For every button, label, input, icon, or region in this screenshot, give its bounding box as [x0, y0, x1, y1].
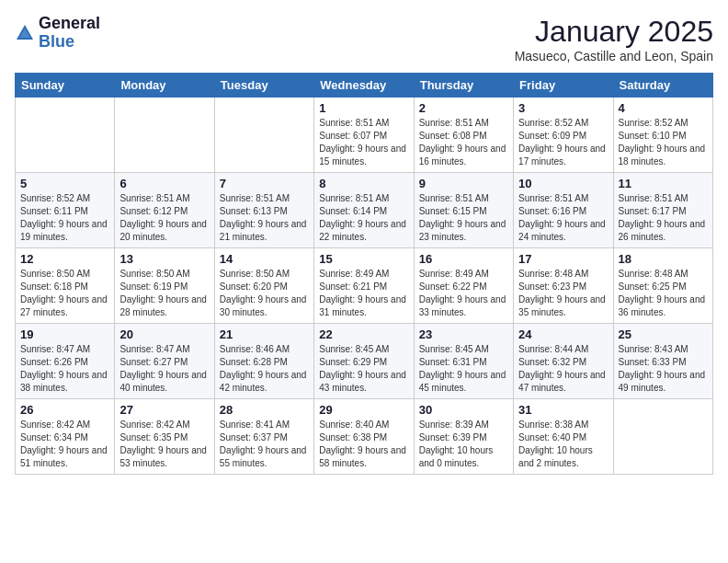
- location-subtitle: Masueco, Castille and Leon, Spain: [515, 49, 713, 63]
- day-info: Sunrise: 8:51 AM Sunset: 6:17 PM Dayligh…: [619, 192, 708, 244]
- day-number: 1: [319, 101, 408, 115]
- calendar-cell: 1Sunrise: 8:51 AM Sunset: 6:07 PM Daylig…: [314, 98, 414, 173]
- day-info: Sunrise: 8:51 AM Sunset: 6:15 PM Dayligh…: [419, 192, 508, 244]
- weekday-header-monday: Monday: [115, 74, 214, 98]
- calendar-table: SundayMondayTuesdayWednesdayThursdayFrid…: [15, 73, 713, 475]
- day-info: Sunrise: 8:38 AM Sunset: 6:40 PM Dayligh…: [518, 419, 608, 470]
- title-block: January 2025 Masueco, Castille and Leon,…: [515, 15, 713, 63]
- day-number: 21: [220, 327, 309, 341]
- day-info: Sunrise: 8:45 AM Sunset: 6:31 PM Dayligh…: [419, 343, 508, 395]
- weekday-header-wednesday: Wednesday: [314, 74, 414, 98]
- calendar-cell: 3Sunrise: 8:52 AM Sunset: 6:09 PM Daylig…: [514, 98, 613, 173]
- calendar-cell: 15Sunrise: 8:49 AM Sunset: 6:21 PM Dayli…: [314, 248, 414, 324]
- day-number: 2: [419, 101, 508, 115]
- weekday-header-row: SundayMondayTuesdayWednesdayThursdayFrid…: [16, 74, 713, 98]
- calendar-cell: 20Sunrise: 8:47 AM Sunset: 6:27 PM Dayli…: [115, 324, 214, 399]
- day-info: Sunrise: 8:52 AM Sunset: 6:11 PM Dayligh…: [20, 192, 109, 244]
- calendar-week-row: 12Sunrise: 8:50 AM Sunset: 6:18 PM Dayli…: [16, 248, 713, 324]
- calendar-cell: 7Sunrise: 8:51 AM Sunset: 6:13 PM Daylig…: [214, 173, 313, 248]
- calendar-cell: 21Sunrise: 8:46 AM Sunset: 6:28 PM Dayli…: [214, 324, 313, 399]
- calendar-cell: 23Sunrise: 8:45 AM Sunset: 6:31 PM Dayli…: [414, 324, 513, 399]
- calendar-week-row: 19Sunrise: 8:47 AM Sunset: 6:26 PM Dayli…: [16, 324, 713, 399]
- day-number: 14: [220, 252, 309, 266]
- calendar-cell: 11Sunrise: 8:51 AM Sunset: 6:17 PM Dayli…: [613, 173, 712, 248]
- calendar-cell: 5Sunrise: 8:52 AM Sunset: 6:11 PM Daylig…: [16, 173, 115, 248]
- calendar-cell: 30Sunrise: 8:39 AM Sunset: 6:39 PM Dayli…: [414, 399, 513, 475]
- day-number: 24: [518, 327, 608, 341]
- calendar-cell: 19Sunrise: 8:47 AM Sunset: 6:26 PM Dayli…: [16, 324, 115, 399]
- calendar-cell: 13Sunrise: 8:50 AM Sunset: 6:19 PM Dayli…: [115, 248, 214, 324]
- calendar-cell: 4Sunrise: 8:52 AM Sunset: 6:10 PM Daylig…: [613, 98, 712, 173]
- day-number: 30: [419, 403, 508, 417]
- day-number: 10: [518, 177, 608, 190]
- day-info: Sunrise: 8:50 AM Sunset: 6:19 PM Dayligh…: [119, 268, 209, 319]
- day-info: Sunrise: 8:50 AM Sunset: 6:20 PM Dayligh…: [220, 268, 309, 319]
- day-info: Sunrise: 8:42 AM Sunset: 6:35 PM Dayligh…: [119, 419, 209, 470]
- day-number: 26: [20, 403, 109, 417]
- month-title: January 2025: [515, 15, 713, 49]
- day-number: 15: [319, 252, 408, 266]
- day-number: 11: [619, 177, 708, 190]
- day-number: 31: [518, 403, 608, 417]
- calendar-week-row: 1Sunrise: 8:51 AM Sunset: 6:07 PM Daylig…: [16, 98, 713, 173]
- day-info: Sunrise: 8:40 AM Sunset: 6:38 PM Dayligh…: [319, 419, 408, 470]
- day-number: 16: [419, 252, 508, 266]
- day-number: 12: [20, 252, 109, 266]
- day-info: Sunrise: 8:44 AM Sunset: 6:32 PM Dayligh…: [518, 343, 608, 395]
- calendar-cell: 25Sunrise: 8:43 AM Sunset: 6:33 PM Dayli…: [613, 324, 712, 399]
- day-number: 29: [319, 403, 408, 417]
- weekday-header-friday: Friday: [514, 74, 613, 98]
- day-info: Sunrise: 8:47 AM Sunset: 6:27 PM Dayligh…: [119, 343, 209, 395]
- day-number: 27: [119, 403, 209, 417]
- day-number: 6: [119, 177, 209, 190]
- calendar-cell: 18Sunrise: 8:48 AM Sunset: 6:25 PM Dayli…: [613, 248, 712, 324]
- page-container: General Blue January 2025 Masueco, Casti…: [0, 0, 728, 484]
- calendar-cell: 26Sunrise: 8:42 AM Sunset: 6:34 PM Dayli…: [16, 399, 115, 475]
- day-number: 17: [518, 252, 608, 266]
- day-number: 28: [220, 403, 309, 417]
- day-info: Sunrise: 8:41 AM Sunset: 6:37 PM Dayligh…: [220, 419, 309, 470]
- day-number: 22: [319, 327, 408, 341]
- calendar-cell: 8Sunrise: 8:51 AM Sunset: 6:14 PM Daylig…: [314, 173, 414, 248]
- calendar-cell: 6Sunrise: 8:51 AM Sunset: 6:12 PM Daylig…: [115, 173, 214, 248]
- weekday-header-sunday: Sunday: [16, 74, 115, 98]
- day-info: Sunrise: 8:51 AM Sunset: 6:08 PM Dayligh…: [419, 117, 508, 168]
- day-number: 18: [619, 252, 708, 266]
- day-number: 13: [119, 252, 209, 266]
- day-info: Sunrise: 8:39 AM Sunset: 6:39 PM Dayligh…: [419, 419, 508, 470]
- calendar-cell: [16, 98, 115, 173]
- logo-blue: Blue: [39, 33, 100, 52]
- day-number: 3: [518, 101, 608, 115]
- calendar-cell: 2Sunrise: 8:51 AM Sunset: 6:08 PM Daylig…: [414, 98, 513, 173]
- calendar-cell: 16Sunrise: 8:49 AM Sunset: 6:22 PM Dayli…: [414, 248, 513, 324]
- day-info: Sunrise: 8:42 AM Sunset: 6:34 PM Dayligh…: [20, 419, 109, 470]
- day-info: Sunrise: 8:47 AM Sunset: 6:26 PM Dayligh…: [20, 343, 109, 395]
- calendar-header: SundayMondayTuesdayWednesdayThursdayFrid…: [16, 74, 713, 98]
- calendar-cell: 31Sunrise: 8:38 AM Sunset: 6:40 PM Dayli…: [514, 399, 613, 475]
- calendar-cell: [115, 98, 214, 173]
- day-number: 4: [619, 101, 708, 115]
- day-info: Sunrise: 8:52 AM Sunset: 6:10 PM Dayligh…: [619, 117, 708, 168]
- weekday-header-saturday: Saturday: [613, 74, 712, 98]
- day-number: 8: [319, 177, 408, 190]
- day-info: Sunrise: 8:51 AM Sunset: 6:13 PM Dayligh…: [220, 192, 309, 244]
- weekday-header-thursday: Thursday: [414, 74, 513, 98]
- day-info: Sunrise: 8:46 AM Sunset: 6:28 PM Dayligh…: [220, 343, 309, 395]
- day-info: Sunrise: 8:45 AM Sunset: 6:29 PM Dayligh…: [319, 343, 408, 395]
- day-number: 5: [20, 177, 109, 190]
- day-number: 9: [419, 177, 508, 190]
- logo: General Blue: [15, 15, 100, 52]
- calendar-cell: 27Sunrise: 8:42 AM Sunset: 6:35 PM Dayli…: [115, 399, 214, 475]
- day-info: Sunrise: 8:50 AM Sunset: 6:18 PM Dayligh…: [20, 268, 109, 319]
- day-info: Sunrise: 8:49 AM Sunset: 6:21 PM Dayligh…: [319, 268, 408, 319]
- day-number: 19: [20, 327, 109, 341]
- day-info: Sunrise: 8:52 AM Sunset: 6:09 PM Dayligh…: [518, 117, 608, 168]
- calendar-cell: 24Sunrise: 8:44 AM Sunset: 6:32 PM Dayli…: [514, 324, 613, 399]
- calendar-cell: 17Sunrise: 8:48 AM Sunset: 6:23 PM Dayli…: [514, 248, 613, 324]
- day-info: Sunrise: 8:51 AM Sunset: 6:14 PM Dayligh…: [319, 192, 408, 244]
- calendar-week-row: 5Sunrise: 8:52 AM Sunset: 6:11 PM Daylig…: [16, 173, 713, 248]
- calendar-cell: 9Sunrise: 8:51 AM Sunset: 6:15 PM Daylig…: [414, 173, 513, 248]
- day-number: 20: [119, 327, 209, 341]
- day-info: Sunrise: 8:51 AM Sunset: 6:12 PM Dayligh…: [119, 192, 209, 244]
- logo-text: General Blue: [39, 15, 100, 52]
